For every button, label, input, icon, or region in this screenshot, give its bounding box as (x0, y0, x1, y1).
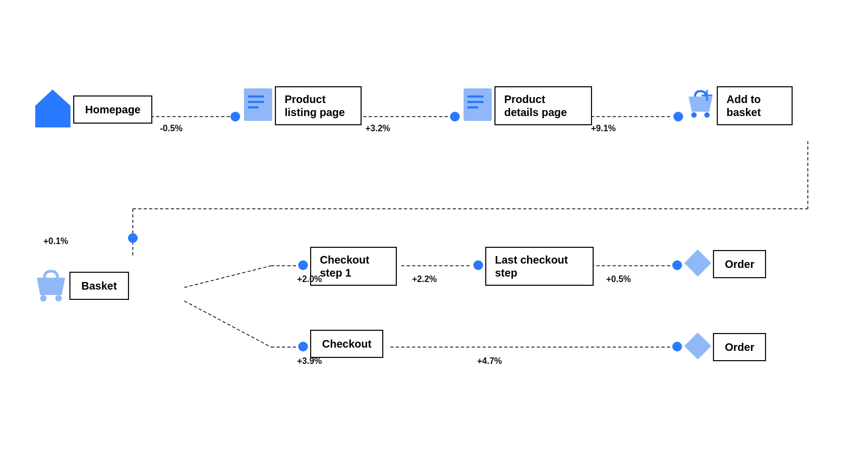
svg-point-23 (691, 112, 697, 118)
basket-node: Basket (33, 266, 129, 306)
pct-add-to-basket-down: +0.1% (43, 236, 68, 246)
details-icon (461, 86, 494, 126)
svg-rect-18 (248, 106, 259, 108)
dot-vertical-left (128, 233, 138, 243)
order1-diamond-icon (683, 247, 713, 281)
checkout-node: Checkout (310, 330, 383, 358)
pct-last-order1: +0.5% (606, 274, 631, 284)
basket-icon (33, 266, 69, 306)
order1-label: Order (713, 250, 766, 278)
diagram: Homepage -0.5% Product listing page +3.2… (0, 0, 868, 474)
pct-basket-checkout: +3.9% (297, 356, 322, 366)
dot-checkout1 (298, 260, 308, 270)
home-icon (33, 87, 73, 132)
order1-node: Order (683, 247, 766, 281)
order2-label: Order (713, 333, 766, 361)
add-basket-icon (684, 86, 717, 126)
dot-add-basket (673, 112, 683, 121)
checkout-label: Checkout (310, 330, 383, 358)
homepage-node: Homepage (33, 87, 152, 132)
checkout-step1-label: Checkout step 1 (310, 247, 397, 286)
svg-rect-22 (467, 106, 478, 108)
add-to-basket-node: Add to basket (684, 86, 793, 126)
product-details-label: Product details page (494, 86, 592, 125)
pct-checkout-order2: +4.7% (477, 356, 502, 366)
checkout-step1-node: Checkout step 1 (310, 247, 397, 286)
dot-order1 (672, 260, 682, 270)
svg-rect-21 (467, 101, 484, 103)
basket-label: Basket (69, 272, 129, 300)
svg-rect-15 (244, 88, 272, 121)
last-checkout-node: Last checkout step (485, 247, 594, 286)
last-checkout-label: Last checkout step (485, 247, 594, 286)
svg-rect-20 (467, 95, 484, 98)
product-listing-label: Product listing page (275, 86, 362, 125)
pct-listing-details: +3.2% (365, 124, 390, 133)
svg-marker-30 (684, 332, 711, 360)
dot-checkout-lower (298, 342, 308, 351)
svg-line-10 (184, 301, 271, 347)
dot-order2 (672, 342, 682, 351)
dot-last-checkout (473, 260, 483, 270)
product-details-node: Product details page (461, 86, 592, 126)
svg-rect-17 (248, 101, 264, 103)
svg-rect-14 (48, 114, 58, 127)
svg-rect-19 (464, 88, 492, 121)
listing-icon (241, 86, 275, 126)
pct-basket-checkout1: +2.0% (297, 274, 322, 284)
svg-rect-16 (248, 95, 264, 98)
add-to-basket-label: Add to basket (717, 86, 793, 125)
svg-point-28 (55, 295, 62, 302)
product-listing-node: Product listing page (241, 86, 362, 126)
svg-marker-29 (684, 249, 711, 277)
homepage-label: Homepage (73, 95, 152, 124)
order2-diamond-icon (683, 330, 713, 364)
svg-point-27 (40, 295, 47, 302)
pct-home-listing: -0.5% (160, 124, 183, 133)
dot-listing (230, 112, 240, 121)
dot-details (450, 112, 460, 121)
svg-line-6 (184, 266, 271, 287)
svg-point-24 (704, 112, 710, 118)
order2-node: Order (683, 330, 766, 364)
pct-checkout1-last: +2.2% (412, 274, 437, 284)
pct-details-basket: +9.1% (591, 124, 616, 133)
